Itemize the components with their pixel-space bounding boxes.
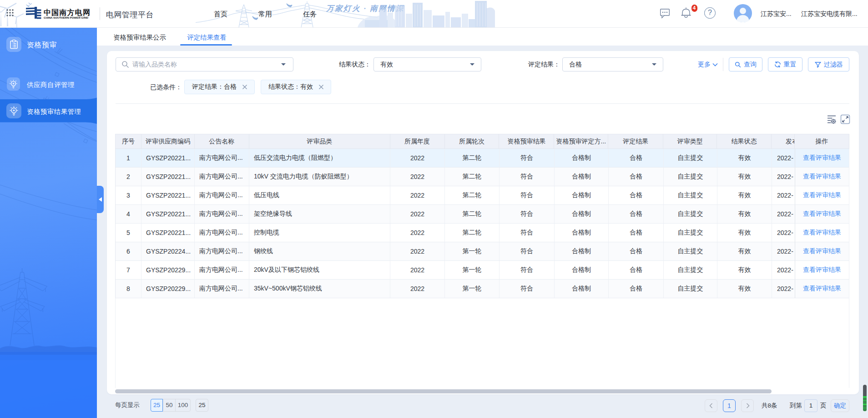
svg-text:万家灯火 · 南网情深: 万家灯火 · 南网情深 — [326, 4, 404, 13]
